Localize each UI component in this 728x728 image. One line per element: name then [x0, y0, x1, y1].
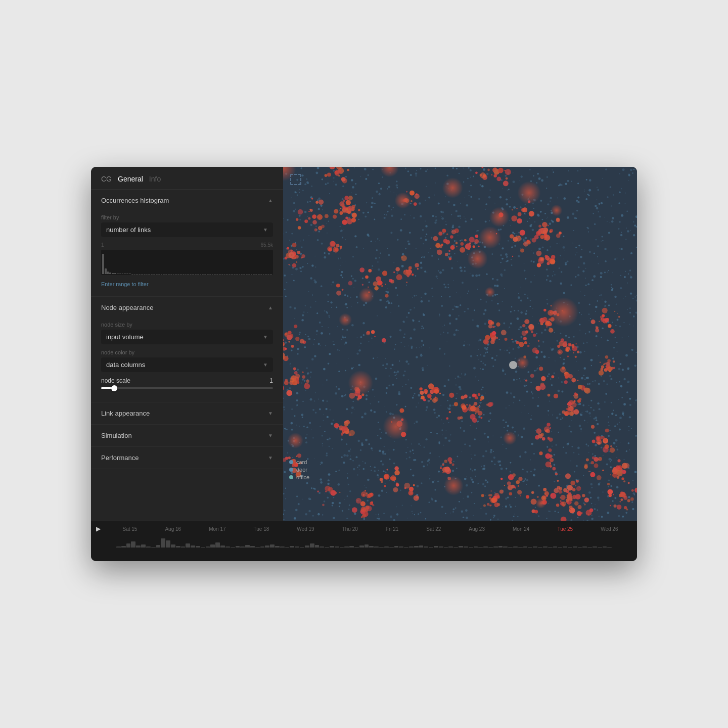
timeline-bar-99 — [607, 547, 612, 548]
timeline-bar-24 — [236, 546, 240, 548]
legend-item-door: door — [289, 467, 309, 473]
timeline-bar-17 — [201, 547, 205, 548]
timeline-bar-1 — [121, 546, 126, 548]
timeline-bar-29 — [260, 547, 265, 548]
legend-dot-office — [289, 475, 293, 479]
node-size-control: node size by input volume ▼ — [101, 322, 273, 344]
timeline-bar-91 — [568, 547, 572, 548]
section-node-appearance: Node appearance ▲ node size by input vol… — [91, 297, 283, 402]
timeline-bar-35 — [290, 546, 294, 548]
legend-text-card: card — [296, 459, 307, 465]
node-color-value: data columns — [106, 361, 145, 369]
legend: card door office — [289, 459, 309, 480]
timeline-bar-59 — [409, 547, 414, 548]
graph-canvas — [283, 167, 637, 521]
enter-range-link[interactable]: Enter range to filter — [101, 281, 149, 287]
section-header-occurrences[interactable]: Occurrences histogram ▲ — [91, 190, 283, 211]
section-occurrences: Occurrences histogram ▲ filter by number… — [91, 190, 283, 297]
section-title-occurrences: Occurrences histogram — [101, 197, 169, 204]
section-title-link-appearance: Link appearance — [101, 410, 150, 417]
timeline-bar-13 — [181, 547, 186, 548]
sidebar-header: CG General Info — [91, 167, 283, 190]
select-icon[interactable] — [290, 174, 301, 185]
legend-item-office: office — [289, 474, 309, 480]
timeline-bar-80 — [513, 547, 518, 548]
timeline-bar-7 — [151, 547, 156, 548]
timeline-bar-15 — [191, 545, 195, 548]
timeline-bar-41 — [320, 547, 324, 548]
date-label-7: Sat 22 — [426, 526, 441, 532]
node-scale-value: 1 — [269, 377, 273, 384]
node-color-dropdown[interactable]: data columns ▼ — [101, 357, 273, 372]
section-body-node-appearance: node size by input volume ▼ node color b… — [91, 318, 283, 402]
timeline-bar-11 — [171, 544, 175, 548]
timeline-bar-51 — [369, 546, 374, 548]
node-size-arrow: ▼ — [263, 334, 268, 340]
play-button[interactable]: ▶ — [96, 525, 101, 532]
date-labels: Sat 15Aug 16Mon 17Tue 18Wed 19Thu 20Fri … — [109, 526, 632, 532]
date-label-11: Wed 26 — [601, 526, 618, 532]
timeline-bar-68 — [453, 547, 458, 548]
hist-bar-10 — [126, 274, 128, 274]
timeline-bar-26 — [245, 545, 250, 548]
date-label-5: Thu 20 — [342, 526, 358, 532]
timeline-bar-30 — [265, 545, 269, 548]
timeline-bar-43 — [330, 546, 334, 548]
date-label-1: Aug 16 — [165, 526, 181, 532]
timeline-bar-77 — [498, 546, 503, 548]
timeline-bar-6 — [146, 547, 151, 548]
timeline-bar-49 — [359, 545, 364, 548]
tab-general[interactable]: General — [118, 175, 143, 183]
histogram-labels: 1 65.5k — [101, 242, 273, 248]
hist-bar-7 — [119, 274, 121, 274]
timeline-bar-89 — [558, 547, 562, 548]
filter-dropdown-arrow: ▼ — [263, 227, 268, 233]
timeline-bar-95 — [587, 547, 592, 548]
section-header-simulation[interactable]: Simulation ▼ — [91, 425, 283, 446]
node-scale-slider-track[interactable] — [101, 387, 273, 389]
legend-text-door: door — [296, 467, 307, 473]
tab-info[interactable]: Info — [149, 175, 161, 183]
timeline-bar-2 — [126, 543, 131, 548]
timeline-bar-23 — [231, 547, 235, 548]
date-label-4: Wed 19 — [297, 526, 314, 532]
timeline-bar-22 — [225, 547, 230, 548]
hist-bar-11 — [129, 274, 131, 274]
histogram-bar-area — [101, 250, 273, 275]
timeline-bar-69 — [459, 546, 463, 548]
filter-dropdown[interactable]: number of links ▼ — [101, 222, 273, 237]
timeline-bar-74 — [483, 547, 488, 548]
timeline-bar-50 — [365, 544, 369, 548]
timeline-bar-21 — [220, 545, 225, 548]
timeline-bar-8 — [156, 545, 161, 548]
section-link-appearance: Link appearance ▼ — [91, 402, 283, 425]
timeline-bar-38 — [305, 545, 309, 548]
timeline-bar-45 — [340, 547, 344, 548]
date-label-3: Tue 18 — [254, 526, 269, 532]
date-label-8: Aug 23 — [469, 526, 485, 532]
timeline-bar-31 — [270, 544, 275, 548]
node-size-dropdown[interactable]: input volume ▼ — [101, 330, 273, 344]
section-header-performance[interactable]: Performance ▼ — [91, 447, 283, 469]
sidebar: CG General Info Occurrences histogram ▲ … — [91, 167, 283, 521]
timeline-bar-16 — [196, 546, 200, 548]
section-header-link-appearance[interactable]: Link appearance ▼ — [91, 402, 283, 424]
timeline-bar-34 — [285, 547, 290, 548]
timeline-bar-20 — [215, 542, 220, 548]
node-size-value: input volume — [106, 333, 144, 341]
timeline-bar-44 — [335, 547, 339, 548]
slider-thumb[interactable] — [111, 385, 117, 391]
hist-bar-6 — [117, 274, 119, 274]
app-window: CG General Info Occurrences histogram ▲ … — [91, 167, 637, 561]
section-simulation: Simulation ▼ — [91, 425, 283, 447]
node-scale-control: node scale 1 — [101, 377, 273, 389]
timeline-bar-19 — [210, 544, 215, 548]
timeline-bar-3 — [131, 541, 135, 548]
timeline-bar-92 — [573, 547, 577, 548]
timeline-bar-60 — [414, 546, 419, 548]
filter-label: filter by — [101, 214, 273, 220]
timeline-bar-55 — [389, 547, 394, 548]
timeline: ▶ Sat 15Aug 16Mon 17Tue 18Wed 19Thu 20Fr… — [91, 521, 637, 561]
timeline-bar-37 — [300, 547, 304, 548]
section-header-node-appearance[interactable]: Node appearance ▲ — [91, 297, 283, 318]
